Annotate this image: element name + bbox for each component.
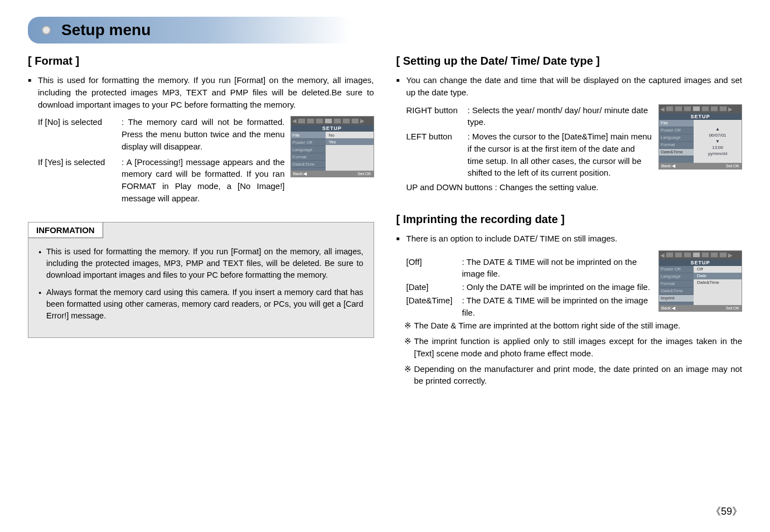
lcd3-setup-label: SETUP: [659, 259, 742, 266]
lcd-tab: [307, 118, 314, 124]
lcd2-body: File Power Off Language Format Date&Time…: [659, 120, 742, 163]
option-yes-row: If [Yes] is selected : A [Processing!] m…: [38, 156, 285, 205]
lcd3-menu-imprint: Imprint: [659, 295, 694, 302]
option-no-label: If [No] is selected: [38, 116, 122, 152]
right-column: [ Setting up the Date/ Time/ Date type ]…: [396, 55, 743, 390]
lcd2-down-arrow: ▼: [696, 139, 739, 144]
lcd3-setok: Set:OK: [726, 306, 739, 311]
right-button-text: : Selects the year/ month/ day/ hour/ mi…: [468, 104, 653, 129]
lcd-tab: [298, 118, 306, 124]
lcd-tab-active: [692, 252, 700, 258]
lcd3-menu-language: Language: [659, 273, 694, 280]
imprint-note-2: The imprint function is applied only to …: [396, 335, 743, 360]
lcd3-opt-off: Off: [694, 266, 742, 273]
lcd-tab: [701, 106, 709, 112]
lcd-tab: [316, 118, 323, 124]
format-options-wrap: If [No] is selected : The memory card wi…: [28, 116, 374, 207]
option-yes-label: If [Yes] is selected: [38, 156, 122, 205]
lcd3-menu-datetime: Date&Time: [659, 288, 694, 295]
left-button-row: LEFT button : Moves the cursor to the [D…: [406, 130, 653, 179]
lcd-format-screenshot: ◀ ▶ SETUP File Power Off Language: [290, 116, 374, 177]
info-title-bar: INFORMATION: [28, 223, 374, 238]
lcd-tab-active: [325, 118, 332, 124]
information-box: INFORMATION This is used for formatting …: [28, 222, 374, 338]
lcd1-setup-label: SETUP: [291, 125, 374, 132]
format-options-text: If [No] is selected : The memory card wi…: [28, 116, 285, 207]
lcd2-menu: File Power Off Language Format Date&Time: [659, 120, 694, 163]
updown-buttons-text: UP and DOWN buttons : Changes the settin…: [396, 181, 743, 194]
imprint-note-1: The Date & Time are imprinted at the bot…: [396, 320, 743, 332]
info-item-1: This is used for formatting the memory. …: [38, 246, 364, 281]
lcd1-setok: Set:OK: [357, 171, 371, 176]
imprint-date-label: [Date]: [406, 281, 462, 293]
imprint-section: [ Imprinting the recording date ] There …: [396, 213, 743, 387]
lcd-imprint-screenshot: ◀ ▶ SETUP Power Off Lang: [658, 250, 742, 312]
imprint-off-label: [Off]: [406, 256, 462, 280]
lcd-tab: [675, 252, 682, 258]
lcd3-menu: Power Off Language Format Date&Time Impr…: [659, 266, 694, 305]
lcd1-back: Back:◀: [293, 171, 307, 176]
arrow-left-icon: ◀: [292, 118, 297, 124]
lcd3-body: Power Off Language Format Date&Time Impr…: [659, 266, 742, 305]
lcd1-tabs: ◀ ▶: [291, 117, 374, 125]
lcd3-tabs: ◀ ▶: [659, 251, 742, 259]
lcd-tab: [710, 106, 718, 112]
lcd2-setup-label: SETUP: [659, 113, 742, 120]
lcd3-opt-date: Date: [694, 273, 742, 279]
lcd3-menu-format: Format: [659, 280, 694, 288]
lcd-tab: [351, 118, 359, 124]
lcd1-menu-language: Language: [291, 146, 326, 153]
info-content: This is used for formatting the memory. …: [28, 238, 374, 337]
lcd2-up-arrow: ▲: [696, 127, 739, 132]
imprint-date-text: : Only the DATE will be imprinted on the…: [462, 281, 653, 293]
lcd-tab: [342, 118, 350, 124]
content-columns: [ Format ] This is used for formatting t…: [28, 55, 742, 390]
imprint-options-wrap: [Off] : The DATE & TIME will not be impr…: [396, 250, 743, 320]
lcd-tab: [719, 106, 727, 112]
left-button-label: LEFT button: [406, 130, 468, 179]
lcd2-format: yy/mm/dd: [696, 151, 739, 156]
lcd-tab: [675, 106, 682, 112]
lcd-tab: [666, 252, 674, 258]
imprint-options-text: [Off] : The DATE & TIME will not be impr…: [396, 256, 653, 320]
lcd-tab: [701, 252, 709, 258]
lcd-tab: [719, 252, 727, 258]
imprint-paragraph: There is an option to include DATE/ TIME…: [396, 233, 743, 245]
imprint-datetime-text: : The DATE & TIME will be imprinted on t…: [462, 294, 653, 319]
lcd-tab: [684, 106, 691, 112]
datetime-heading: [ Setting up the Date/ Time/ Date type ]: [396, 55, 743, 67]
page-header: Setup menu: [28, 17, 351, 43]
lcd-tab: [710, 252, 718, 258]
lcd3-options: Off Date Date&Time: [694, 266, 742, 305]
arrow-right-icon: ▶: [360, 118, 365, 124]
lcd2-date: 06/07/01: [696, 133, 739, 138]
lcd2-footer: Back:◀ Set:OK: [659, 163, 742, 169]
left-button-text: : Moves the cursor to the [Date&Time] ma…: [468, 130, 653, 179]
imprint-datetime-label: [Date&Time]: [406, 294, 462, 319]
info-item-2: Always format the memory card using this…: [38, 287, 364, 322]
right-button-label: RIGHT button: [406, 104, 468, 129]
arrow-left-icon: ◀: [660, 252, 665, 258]
lcd2-menu-format: Format: [659, 142, 694, 149]
imprint-heading: [ Imprinting the recording date ]: [396, 213, 743, 226]
lcd1-options: No Yes: [326, 132, 374, 171]
lcd1-menu-file: File: [291, 132, 326, 139]
lcd-tab-active: [692, 106, 700, 112]
lcd3-footer: Back:◀ Set:OK: [659, 305, 742, 311]
info-title: INFORMATION: [28, 223, 103, 238]
left-column: [ Format ] This is used for formatting t…: [28, 55, 374, 390]
right-button-row: RIGHT button : Selects the year/ month/ …: [406, 104, 653, 129]
lcd2-menu-poweroff: Power Off: [659, 127, 694, 134]
lcd1-body: File Power Off Language Format Date&Time…: [291, 132, 374, 171]
lcd2-back: Back:◀: [661, 163, 675, 168]
lcd1-menu-format: Format: [291, 153, 326, 161]
lcd1-menu-poweroff: Power Off: [291, 139, 326, 146]
page-title: Setup menu: [61, 21, 335, 39]
option-no-text: : The memory card will not be formatted.…: [122, 116, 285, 152]
lcd1-opt-yes: Yes: [326, 138, 374, 145]
lcd3-back: Back:◀: [661, 306, 675, 311]
imprint-date-row: [Date] : Only the DATE will be imprinted…: [406, 281, 653, 293]
arrow-right-icon: ▶: [728, 106, 733, 112]
lcd2-menu-file: File: [659, 120, 694, 127]
lcd-tab: [666, 106, 674, 112]
